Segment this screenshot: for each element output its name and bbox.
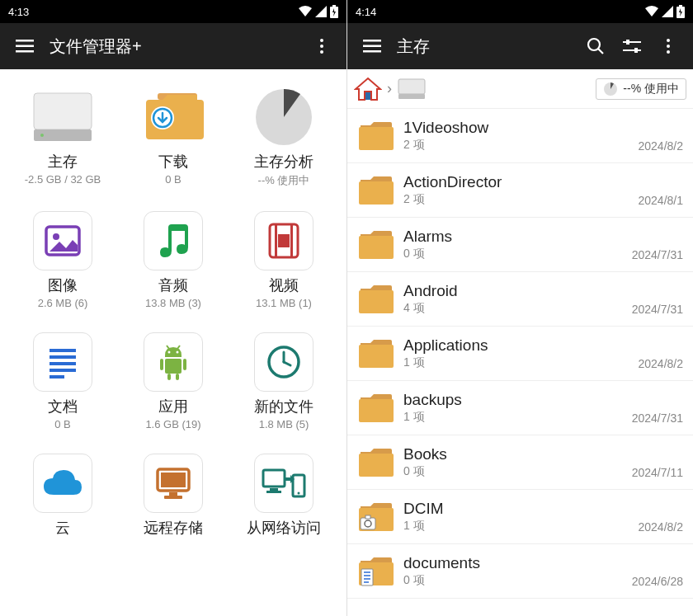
home-grid: 主存 -2.5 GB / 32 GB 下载 0 B 主存分析 --% 使用中 图… — [0, 69, 346, 616]
pie-icon-box — [247, 84, 321, 150]
overflow-icon — [320, 39, 323, 54]
video-icon-box — [247, 208, 321, 274]
file-date: 2024/8/2 — [639, 139, 684, 153]
folder-icon — [356, 280, 395, 319]
grid-item-apk[interactable]: 应用 1.6 GB (19) — [122, 329, 224, 430]
svg-line-37 — [284, 362, 290, 365]
file-row[interactable]: Alarms 0 项 2024/7/31 — [347, 218, 693, 272]
file-count: 4 项 — [403, 301, 632, 316]
grid-item-label: 新的文件 — [254, 397, 314, 416]
breadcrumb-drive[interactable] — [397, 78, 427, 101]
drive-icon — [397, 78, 427, 101]
sliders-icon — [623, 38, 641, 54]
grid-item-sub: 0 B — [165, 173, 182, 186]
file-row[interactable]: documents 0 项 2024/6/28 — [347, 544, 693, 599]
svg-point-16 — [53, 233, 59, 240]
grid-item-drive[interactable]: 主存 -2.5 GB / 32 GB — [12, 84, 114, 188]
svg-rect-61 — [365, 92, 370, 100]
grid-item-sub: 2.6 MB (6) — [38, 297, 88, 309]
drive-icon-box — [26, 84, 100, 150]
doc-icon — [33, 332, 92, 392]
home-icon — [354, 77, 382, 101]
image-icon-box — [26, 208, 100, 274]
svg-rect-57 — [634, 48, 638, 53]
settings-button[interactable] — [614, 28, 650, 64]
app-title: 文件管理器+ — [43, 35, 304, 58]
file-list: 1Videoshow 2 项 2024/8/2 ActionDirector 2… — [347, 109, 693, 616]
app-bar: 文件管理器+ — [0, 23, 346, 69]
grid-item-monitor[interactable]: 远程存储 — [122, 450, 224, 538]
folder-icon — [356, 116, 395, 156]
grid-item-video[interactable]: 视频 13.1 MB (1) — [233, 208, 335, 309]
usage-chip[interactable]: --% 使用中 — [596, 78, 686, 100]
folder-icon — [356, 497, 395, 537]
svg-rect-55 — [626, 40, 629, 45]
file-row[interactable]: DCIM 1 项 2024/8/2 — [347, 490, 693, 544]
grid-item-sub: 0 B — [54, 418, 71, 430]
file-name: Android — [403, 282, 683, 300]
monitor-icon-box — [136, 450, 210, 516]
grid-item-label: 下载 — [158, 152, 188, 172]
svg-rect-68 — [361, 569, 373, 585]
grid-item-label: 主存 — [48, 152, 78, 172]
wifi-icon — [645, 6, 658, 17]
usage-label: --% 使用中 — [623, 82, 679, 96]
menu-button[interactable] — [7, 28, 43, 64]
overflow-button[interactable] — [650, 28, 686, 64]
clock-icon — [254, 332, 314, 392]
svg-rect-49 — [363, 40, 381, 42]
menu-button[interactable] — [354, 28, 390, 64]
file-date: 2024/7/31 — [632, 248, 683, 261]
grid-item-doc[interactable]: 文档 0 B — [12, 329, 114, 430]
grid-item-transfer[interactable]: 从网络访问 — [233, 450, 335, 538]
grid-item-image[interactable]: 图像 2.6 MB (6) — [12, 208, 114, 309]
app-title: 主存 — [390, 35, 578, 58]
grid-item-clock[interactable]: 新的文件 1.8 MB (5) — [233, 329, 335, 430]
folder-icon — [356, 225, 395, 265]
battery-icon — [330, 5, 338, 18]
grid-item-label: 文档 — [48, 397, 78, 416]
breadcrumb-home[interactable] — [354, 77, 382, 101]
breadcrumb: › --% 使用中 — [347, 69, 693, 109]
file-name: 1Videoshow — [403, 119, 683, 137]
file-row[interactable]: 1Videoshow 2 项 2024/8/2 — [347, 109, 693, 163]
svg-rect-51 — [363, 50, 381, 53]
clock-icon-box — [247, 329, 321, 395]
grid-item-download[interactable]: 下载 0 B — [122, 84, 224, 188]
svg-line-28 — [167, 346, 169, 349]
file-row[interactable]: Applications 1 项 2024/8/2 — [347, 327, 693, 381]
wifi-icon — [299, 6, 312, 17]
file-name: backups — [403, 391, 683, 409]
overflow-button[interactable] — [304, 28, 340, 64]
file-row[interactable]: backups 1 项 2024/7/31 — [347, 381, 693, 435]
grid-item-cloud[interactable]: 云 — [12, 450, 114, 538]
file-count: 2 项 — [403, 138, 639, 153]
grid-item-sub: --% 使用中 — [258, 173, 310, 188]
monitor-icon — [144, 454, 203, 513]
svg-rect-3 — [16, 45, 34, 48]
svg-rect-48 — [679, 5, 682, 7]
file-row[interactable]: Books 0 项 2024/7/11 — [347, 435, 693, 490]
hamburger-icon — [16, 40, 34, 53]
file-row[interactable]: ActionDirector 2 项 2024/8/1 — [347, 163, 693, 218]
file-name: Applications — [403, 336, 683, 355]
status-icons — [645, 5, 685, 18]
file-name: Alarms — [403, 228, 683, 246]
svg-rect-31 — [160, 359, 163, 370]
file-name: Books — [403, 445, 683, 463]
svg-point-58 — [667, 39, 670, 42]
file-name: ActionDirector — [403, 173, 683, 191]
file-date: 2024/8/2 — [639, 357, 684, 370]
svg-rect-1 — [332, 5, 336, 7]
file-row[interactable]: Android 4 项 2024/7/31 — [347, 272, 693, 327]
svg-point-26 — [168, 351, 171, 354]
download-icon-box — [136, 84, 210, 150]
doc-icon-box — [26, 329, 100, 395]
grid-item-pie[interactable]: 主存分析 --% 使用中 — [233, 84, 335, 188]
svg-rect-19 — [290, 224, 293, 257]
search-button[interactable] — [578, 28, 614, 64]
svg-point-5 — [320, 39, 323, 42]
svg-point-60 — [667, 50, 670, 54]
grid-item-music[interactable]: 音频 13.8 MB (3) — [122, 208, 224, 309]
transfer-icon-box — [247, 450, 321, 516]
